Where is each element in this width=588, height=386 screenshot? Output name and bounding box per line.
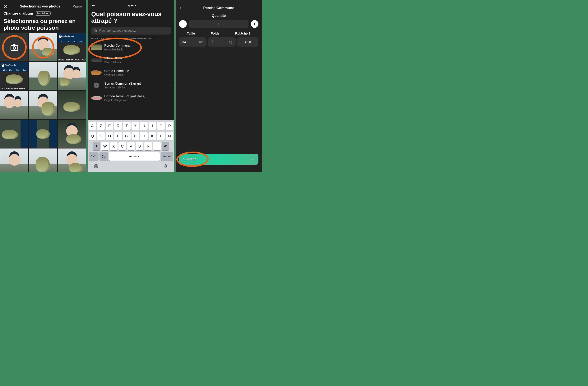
key-n[interactable]: N <box>144 142 152 150</box>
photo-thumb[interactable] <box>29 149 57 172</box>
key-x[interactable]: X <box>110 142 118 150</box>
species-row-dorade[interactable]: Dorade Rose (Pageot Rose) Pagellus Bogar… <box>89 92 172 104</box>
fish-thumb-icon <box>91 45 102 50</box>
key-h[interactable]: H <box>131 132 139 140</box>
svg-point-1 <box>13 47 16 49</box>
share-tag: #SHAREANDF <box>59 36 70 37</box>
species-row-carpe[interactable]: Carpe Commune Cyprinus Carpio › <box>89 66 172 79</box>
key-p[interactable]: P <box>166 122 173 130</box>
species-row-serran[interactable]: Serran Commun (Sarran) Serranus Cabrilla… <box>89 79 172 92</box>
photo-thumb[interactable] <box>0 120 28 148</box>
backspace-key[interactable] <box>162 142 169 150</box>
section-label: ESPÈCES SÉLECTIONNÉES DERNIÈREMENT <box>88 37 174 41</box>
key-c[interactable]: C <box>119 142 126 150</box>
photo-thumb[interactable] <box>58 120 86 148</box>
search-input[interactable]: Recherchez votre espèce... <box>91 27 171 35</box>
header-title: Perche Commune <box>203 6 234 10</box>
return-key[interactable]: retour <box>161 152 173 160</box>
photo-thumb[interactable] <box>0 149 28 172</box>
svg-rect-7 <box>165 164 167 167</box>
screen-photo-picker: ✕ Sélectionnez vos photos Passer Changer… <box>0 0 86 172</box>
species-row-silure[interactable]: Silure Glane Silurus Glanis › <box>89 54 172 66</box>
species-list: Perche Commune Perca Fluviatilis › Silur… <box>88 41 174 104</box>
shift-key[interactable] <box>93 142 100 150</box>
key-o[interactable]: O <box>157 122 165 130</box>
photo-thumb[interactable] <box>58 91 86 119</box>
take-photo-tile[interactable] <box>0 33 28 61</box>
screen-catch-details: ← Perche Commune Quantité − 1 + Taille P… <box>176 0 262 172</box>
back-icon[interactable]: ← <box>91 3 95 8</box>
globe-icon[interactable] <box>94 164 99 169</box>
emoji-key[interactable] <box>100 152 108 160</box>
key-z[interactable]: Z <box>97 122 105 130</box>
space-key[interactable]: espace <box>109 152 160 160</box>
page-headline: Sélectionnez ou prenez en photo votre po… <box>0 17 86 33</box>
key-d[interactable]: D <box>106 132 113 140</box>
photo-thumb[interactable]: FishFriender 10... 20... 30... 40... WWW… <box>0 62 28 90</box>
mic-icon[interactable] <box>163 164 168 169</box>
search-icon <box>94 29 97 32</box>
measure-row: 34 cm ? kg Oui <box>176 37 262 47</box>
fish-thumb-icon <box>91 58 102 62</box>
key-m[interactable]: M <box>166 132 173 140</box>
weight-header: Poids <box>211 32 220 36</box>
released-field[interactable]: Oui <box>237 37 258 47</box>
key-l[interactable]: L <box>157 132 165 140</box>
species-row-perche[interactable]: Perche Commune Perca Fluviatilis › <box>89 41 172 54</box>
photo-thumb[interactable] <box>29 120 57 148</box>
key-v[interactable]: V <box>127 142 135 150</box>
header: ← Espèce <box>88 0 174 11</box>
key-´[interactable]: ´ <box>153 142 161 150</box>
key-w[interactable]: W <box>101 142 109 150</box>
key-u[interactable]: U <box>140 122 148 130</box>
keyboard: AZERTYUIOP QSDFGHJKLM WXCVBN´ 123 espace… <box>88 120 174 172</box>
screen-species-picker: ← Espèce Quel poisson avez-vous attrapé … <box>88 0 174 172</box>
key-b[interactable]: B <box>136 142 143 150</box>
increment-button[interactable]: + <box>251 20 258 28</box>
species-name: Perche Commune <box>104 44 167 47</box>
chevron-right-icon: › <box>169 58 171 62</box>
size-field[interactable]: 34 cm <box>179 37 207 47</box>
svg-point-3 <box>102 155 105 158</box>
arrow-right-icon: → <box>251 157 254 161</box>
quantity-stepper: − 1 + <box>176 20 262 32</box>
key-g[interactable]: G <box>123 132 130 140</box>
decrement-button[interactable]: − <box>179 20 187 28</box>
key-j[interactable]: J <box>140 132 148 140</box>
photo-thumb[interactable] <box>0 91 28 119</box>
key-r[interactable]: R <box>114 122 122 130</box>
key-k[interactable]: K <box>148 132 156 140</box>
svg-rect-0 <box>11 45 18 50</box>
key-a[interactable]: A <box>89 122 96 130</box>
size-header: Taille <box>187 32 195 36</box>
photo-thumb[interactable] <box>29 91 57 119</box>
key-q[interactable]: Q <box>89 132 96 140</box>
key-y[interactable]: Y <box>131 122 139 130</box>
svg-point-4 <box>103 156 103 156</box>
photo-thumb[interactable] <box>29 33 57 61</box>
photo-thumb[interactable]: FishFriender #SHAREANDF 10... 20... 30..… <box>58 33 86 61</box>
chevron-right-icon: › <box>169 45 171 49</box>
album-selector[interactable]: Changer d'album My fishes <box>0 11 86 17</box>
photo-thumb[interactable] <box>58 149 86 172</box>
key-f[interactable]: F <box>114 132 122 140</box>
weight-field[interactable]: ? kg <box>208 37 235 47</box>
next-label: Suivant <box>183 157 196 161</box>
chevron-right-icon: › <box>169 83 171 88</box>
photo-thumb[interactable] <box>29 62 57 90</box>
fish-thumb-icon <box>91 96 102 100</box>
header-title: Sélectionnez vos photos <box>20 4 60 8</box>
numbers-key[interactable]: 123 <box>89 152 99 160</box>
close-icon[interactable]: ✕ <box>3 3 8 9</box>
fish-thumb-icon <box>91 70 102 75</box>
next-button[interactable]: Suivant → <box>179 154 258 165</box>
back-icon[interactable]: ← <box>179 5 183 10</box>
skip-button[interactable]: Passer <box>73 5 83 8</box>
quantity-value[interactable]: 1 <box>189 20 249 28</box>
key-e[interactable]: E <box>106 122 113 130</box>
chevron-right-icon: › <box>169 96 171 100</box>
key-i[interactable]: I <box>148 122 156 130</box>
photo-thumb[interactable] <box>58 62 86 90</box>
key-t[interactable]: T <box>123 122 130 130</box>
key-s[interactable]: S <box>97 132 105 140</box>
